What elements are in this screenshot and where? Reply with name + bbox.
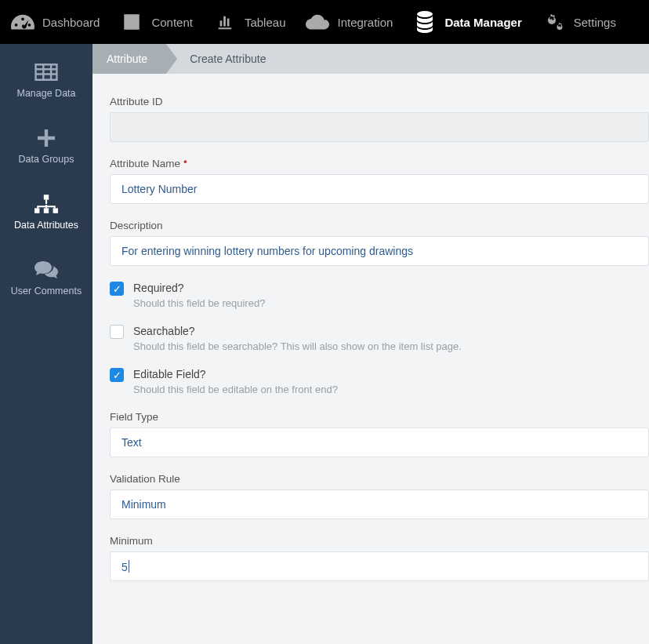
gauge-icon	[11, 12, 34, 32]
field-searchable: Searchable? Should this field be searcha…	[110, 325, 649, 352]
label-editable: Editable Field?	[133, 368, 338, 380]
sidebar-item-label: Manage Data	[16, 88, 75, 99]
breadcrumb-create-attribute[interactable]: Create Attribute	[166, 44, 285, 74]
desc-searchable: Should this field be searchable? This wi…	[133, 340, 462, 352]
main-content: Attribute Create Attribute Attribute ID …	[92, 44, 649, 644]
sidebar-item-label: Data Groups	[19, 154, 74, 165]
field-attribute-id: Attribute ID	[110, 96, 649, 142]
label-searchable: Searchable?	[133, 325, 462, 337]
desc-editable: Should this field be editable on the fro…	[133, 384, 338, 395]
label-required: Required?	[133, 282, 265, 294]
checkbox-required[interactable]	[110, 282, 124, 296]
topnav-item-tableau[interactable]: Tableau	[213, 12, 286, 32]
topnav-label: Tableau	[245, 16, 286, 29]
topnav-item-settings[interactable]: Settings	[542, 12, 616, 32]
label-attribute-name: Attribute Name•	[110, 158, 649, 169]
topnav-label: Content	[151, 16, 193, 29]
attribute-name-field[interactable]	[121, 183, 637, 195]
layout-body: Manage Data Data Groups Data Attributes …	[0, 44, 649, 644]
sidebar-item-data-groups[interactable]: Data Groups	[19, 129, 74, 165]
minimum-field[interactable]: 5	[121, 560, 129, 573]
sidebar-item-manage-data[interactable]: Manage Data	[16, 63, 75, 99]
select-field-type[interactable]: Text	[110, 428, 649, 457]
input-attribute-id	[110, 112, 649, 142]
desc-required: Should this field be required?	[133, 297, 265, 309]
cloud-icon	[306, 12, 329, 32]
checkbox-editable[interactable]	[110, 368, 124, 382]
sidebar: Manage Data Data Groups Data Attributes …	[0, 44, 92, 644]
topnav-item-dashboard[interactable]: Dashboard	[11, 12, 100, 32]
description-field[interactable]	[121, 245, 637, 257]
svg-rect-1	[44, 195, 49, 199]
input-attribute-name[interactable]	[110, 174, 649, 204]
select-validation-rule[interactable]: Minimum	[110, 489, 649, 519]
field-validation-rule: Validation Rule Minimum	[110, 473, 649, 519]
topnav-label: Dashboard	[42, 16, 100, 29]
sidebar-item-data-attributes[interactable]: Data Attributes	[14, 195, 78, 231]
attribute-form: Attribute ID Attribute Name• Description	[92, 74, 649, 603]
field-field-type: Field Type Text	[110, 411, 649, 457]
topnav-label: Settings	[574, 16, 616, 29]
label-field-type: Field Type	[110, 411, 649, 423]
topnav-label: Data Manager	[444, 16, 521, 29]
topnav-label: Integration	[337, 16, 393, 29]
label-minimum: Minimum	[110, 535, 649, 547]
field-description: Description	[110, 220, 649, 266]
sidebar-item-label: User Comments	[11, 286, 82, 297]
svg-rect-4	[53, 208, 58, 213]
sidebar-item-label: Data Attributes	[14, 220, 78, 231]
svg-rect-2	[34, 208, 39, 213]
label-validation-rule: Validation Rule	[110, 473, 649, 485]
list-box-icon	[120, 12, 143, 32]
topnav-item-integration[interactable]: Integration	[306, 12, 393, 32]
field-required: Required? Should this field be required?	[110, 282, 649, 309]
topnav-item-data-manager[interactable]: Data Manager	[413, 12, 521, 32]
field-attribute-name: Attribute Name•	[110, 158, 649, 204]
gears-icon	[542, 12, 566, 32]
hierarchy-icon	[33, 195, 60, 213]
topnav-item-content[interactable]: Content	[120, 12, 193, 32]
input-description[interactable]	[110, 236, 649, 266]
breadcrumb: Attribute Create Attribute	[92, 44, 649, 74]
checkbox-searchable[interactable]	[110, 325, 124, 339]
required-marker: •	[183, 156, 187, 168]
bar-chart-icon	[213, 12, 237, 32]
comments-icon	[33, 260, 60, 279]
plus-icon	[33, 129, 60, 147]
input-minimum[interactable]: 5	[110, 551, 649, 581]
label-description: Description	[110, 220, 649, 231]
field-editable: Editable Field? Should this field be edi…	[110, 368, 649, 395]
breadcrumb-attribute[interactable]: Attribute	[92, 44, 166, 74]
field-minimum: Minimum 5	[110, 535, 649, 581]
top-nav: Dashboard Content Tableau Integration Da…	[0, 0, 649, 44]
label-attribute-id: Attribute ID	[110, 96, 649, 107]
sidebar-item-user-comments[interactable]: User Comments	[11, 260, 82, 297]
grid-icon	[33, 63, 60, 82]
database-icon	[413, 12, 437, 32]
svg-rect-3	[44, 208, 49, 213]
svg-point-0	[417, 11, 433, 17]
